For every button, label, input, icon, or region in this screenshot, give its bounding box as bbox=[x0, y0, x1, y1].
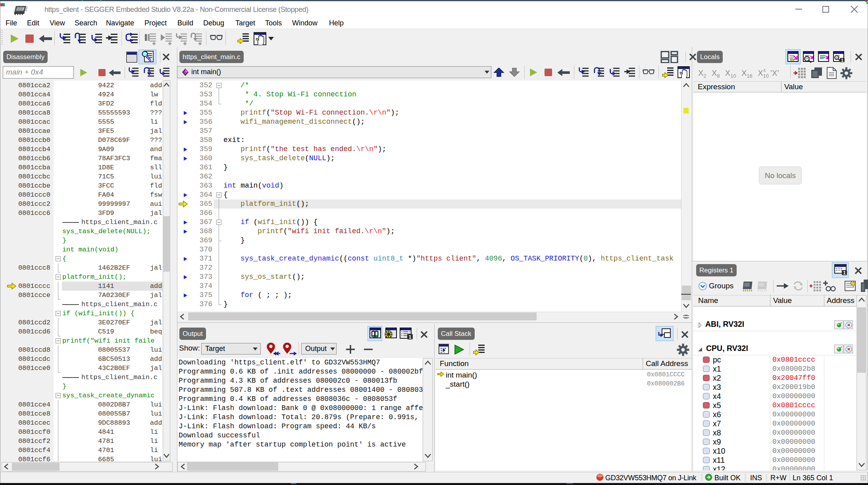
svg-text:1: 1 bbox=[841, 58, 843, 63]
svg-text:1: 1 bbox=[408, 334, 411, 340]
svg-text:1: 1 bbox=[843, 270, 846, 276]
